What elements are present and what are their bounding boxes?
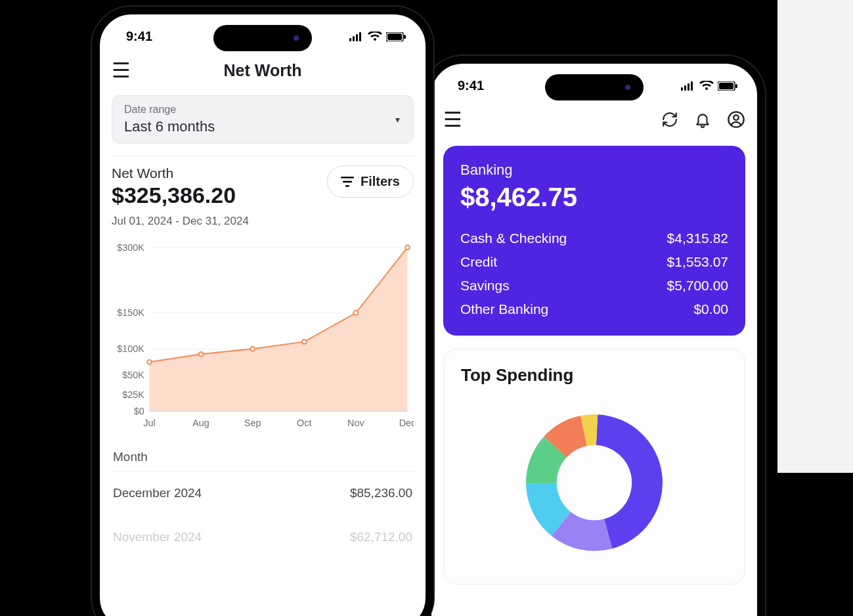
svg-rect-8 xyxy=(343,181,352,183)
svg-point-25 xyxy=(302,340,307,344)
month-row[interactable]: December 2024 $85,236.00 xyxy=(112,471,414,515)
svg-rect-2 xyxy=(356,34,358,41)
cellular-icon xyxy=(681,81,695,91)
svg-text:$0: $0 xyxy=(134,406,144,416)
svg-rect-37 xyxy=(688,83,689,91)
wifi-icon xyxy=(699,81,714,91)
banking-line-amount: $1,553.07 xyxy=(667,254,728,270)
date-range-value: Last 6 months xyxy=(124,118,401,135)
banking-line: Savings $5,700.00 xyxy=(460,278,728,294)
banking-line: Cash & Checking $4,315.82 xyxy=(460,231,728,246)
banking-line-amount: $0.00 xyxy=(693,301,728,317)
chevron-down-icon: ▾ xyxy=(395,114,400,125)
divider xyxy=(112,156,414,156)
svg-rect-41 xyxy=(735,84,737,88)
top-spending-title: Top Spending xyxy=(461,365,728,385)
month-row[interactable]: November 2024 $62,712.00 xyxy=(112,515,414,559)
net-worth-chart: $0$25K$50K$100K$150K$300KJulAugSepOctNov… xyxy=(112,237,414,437)
page-title: Net Worth xyxy=(224,61,302,80)
svg-text:Dec: Dec xyxy=(399,418,414,428)
battery-icon xyxy=(718,81,737,91)
battery-icon xyxy=(386,32,406,41)
svg-rect-7 xyxy=(341,177,354,179)
banking-line: Credit $1,553.07 xyxy=(460,254,728,270)
svg-point-27 xyxy=(405,245,410,250)
svg-rect-1 xyxy=(353,36,355,41)
phone-banking: 9:41 ☰ Banking $8,462.75 Cash & Checking… xyxy=(424,56,765,616)
filters-label: Filters xyxy=(361,174,400,189)
user-icon[interactable] xyxy=(727,110,745,129)
svg-text:Nov: Nov xyxy=(347,418,364,428)
top-spending-card[interactable]: Top Spending xyxy=(443,349,745,584)
svg-text:$25K: $25K xyxy=(122,389,144,400)
banking-line-amount: $4,315.82 xyxy=(667,231,728,246)
banking-line-name: Savings xyxy=(460,278,510,294)
svg-rect-9 xyxy=(345,185,349,187)
bell-icon[interactable] xyxy=(694,111,711,128)
svg-point-24 xyxy=(250,347,255,351)
refresh-icon[interactable] xyxy=(661,111,678,128)
svg-rect-3 xyxy=(359,32,361,41)
svg-point-22 xyxy=(147,360,152,364)
svg-text:Aug: Aug xyxy=(192,418,209,428)
cellular-icon xyxy=(349,32,364,41)
svg-text:Jul: Jul xyxy=(143,418,155,428)
hamburger-icon[interactable]: ☰ xyxy=(443,109,462,130)
net-worth-label: Net Worth xyxy=(112,165,249,181)
area-chart-svg: $0$25K$50K$100K$150K$300KJulAugSepOctNov… xyxy=(112,237,414,434)
status-time: 9:41 xyxy=(126,29,152,44)
banking-line-name: Credit xyxy=(460,254,497,270)
status-icons xyxy=(681,81,737,91)
svg-point-23 xyxy=(199,352,204,357)
background-strip xyxy=(777,0,853,473)
app-header: ☰ xyxy=(431,100,757,139)
filters-button[interactable]: Filters xyxy=(327,165,414,198)
svg-rect-35 xyxy=(681,87,683,91)
svg-rect-36 xyxy=(684,85,686,91)
hamburger-icon[interactable]: ☰ xyxy=(112,60,131,81)
svg-rect-40 xyxy=(719,83,733,89)
svg-text:$150K: $150K xyxy=(117,307,144,318)
app-header: ☰ Net Worth xyxy=(100,51,426,90)
month-name: December 2024 xyxy=(113,486,202,500)
svg-text:$100K: $100K xyxy=(117,343,144,354)
svg-rect-6 xyxy=(404,35,406,39)
notch xyxy=(545,74,644,100)
banking-line-amount: $5,700.00 xyxy=(667,278,728,294)
phone-net-worth: 9:41 ☰ Net Worth Date range Last 6 month… xyxy=(92,7,433,616)
filter-icon xyxy=(341,177,354,187)
month-amount: $62,712.00 xyxy=(350,530,412,544)
date-range-selector[interactable]: Date range Last 6 months ▾ xyxy=(112,95,414,144)
banking-total: $8,462.75 xyxy=(460,183,728,212)
banking-line: Other Banking $0.00 xyxy=(460,301,728,317)
net-worth-amount: $325,386.20 xyxy=(112,183,249,208)
donut-chart-svg xyxy=(509,397,680,568)
wifi-icon xyxy=(368,32,382,42)
svg-rect-38 xyxy=(691,81,693,91)
month-amount: $85,236.00 xyxy=(350,486,412,500)
svg-rect-0 xyxy=(349,38,351,41)
status-time: 9:41 xyxy=(458,78,484,93)
banking-line-name: Other Banking xyxy=(460,301,548,317)
status-icons xyxy=(349,32,406,42)
svg-point-43 xyxy=(733,115,738,120)
month-name: November 2024 xyxy=(113,530,202,544)
banking-card[interactable]: Banking $8,462.75 Cash & Checking $4,315… xyxy=(443,146,745,336)
svg-text:$300K: $300K xyxy=(117,242,144,253)
month-column-header: Month xyxy=(112,437,414,471)
banking-label: Banking xyxy=(460,162,728,179)
svg-text:$50K: $50K xyxy=(122,370,144,380)
banking-line-name: Cash & Checking xyxy=(460,231,567,246)
svg-point-26 xyxy=(353,311,358,315)
net-worth-date-range: Jul 01, 2024 - Dec 31, 2024 xyxy=(112,215,249,228)
svg-text:Sep: Sep xyxy=(244,418,261,428)
notch xyxy=(213,25,312,51)
svg-text:Oct: Oct xyxy=(297,418,311,428)
svg-rect-5 xyxy=(387,33,402,40)
date-range-label: Date range xyxy=(124,104,401,116)
